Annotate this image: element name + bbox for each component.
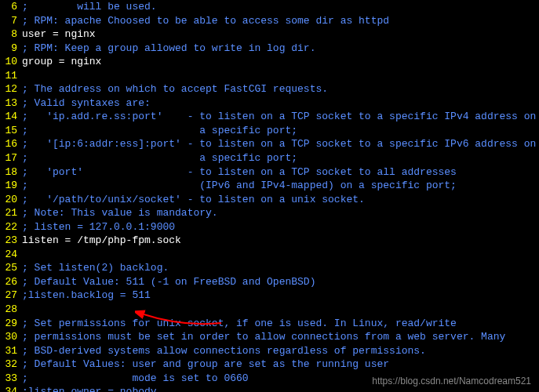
code-line[interactable]: 17; a specific port; [0,151,539,165]
line-number: 21 [0,206,22,220]
line-number: 13 [0,96,22,111]
line-number: 6 [0,0,22,14]
line-number: 23 [0,234,22,248]
code-line[interactable]: 18; 'port' - to listen on a TCP socket t… [0,165,539,180]
code-line[interactable]: 32; Default Values: user and group are s… [0,358,539,372]
line-content: ; Set listen(2) backlog. [22,261,169,275]
code-line[interactable]: 7; RPM: apache Choosed to be able to acc… [0,14,539,28]
line-content: ; Valid syntaxes are: [22,96,151,111]
line-number: 24 [0,248,22,262]
code-line[interactable]: 21; Note: This value is mandatory. [0,206,539,220]
line-number: 28 [0,303,22,317]
line-content: group = nginx [22,55,101,69]
code-line[interactable]: 10group = nginx [0,55,539,69]
line-number: 11 [0,69,22,83]
code-line[interactable]: 24 [0,248,539,262]
line-number: 31 [0,344,22,358]
line-number: 25 [0,261,22,275]
line-content: ; will be used. [22,0,157,14]
code-line[interactable]: 15; a specific port; [0,124,539,138]
code-line[interactable]: 8user = nginx [0,27,539,42]
line-number: 33 [0,372,22,386]
line-content [22,303,28,317]
watermark-text: https://blog.csdn.net/Namcodream521 [372,375,531,387]
line-content: ; 'ip.add.re.ss:port' - to listen on a T… [22,110,536,124]
line-number: 8 [0,27,22,42]
line-content: ; The address on which to accept FastCGI… [22,82,328,96]
code-line[interactable]: 30; permissions must be set in order to … [0,330,539,344]
line-content: user = nginx [22,27,96,42]
code-editor[interactable]: 6; will be used.7; RPM: apache Choosed t… [0,0,539,392]
line-content: ; (IPv6 and IPv4-mapped) on a specific p… [22,179,457,193]
line-content: ; RPM: Keep a group allowed to write in … [22,42,315,56]
line-content: ; Default Values: user and group are set… [22,358,389,372]
line-number: 12 [0,82,22,96]
line-number: 10 [0,55,22,69]
line-number: 17 [0,151,22,165]
line-content: ; RPM: apache Choosed to be able to acce… [22,14,389,28]
code-line[interactable]: 31; BSD-derived systems allow connection… [0,344,539,358]
code-line[interactable]: 22; listen = 127.0.0.1:9000 [0,220,539,234]
line-content: ; Note: This value is mandatory. [22,206,218,220]
line-content: listen = /tmp/php-fpm.sock [22,234,181,248]
line-number: 30 [0,330,22,344]
line-content: ;listen.backlog = 511 [22,289,151,303]
code-line[interactable]: 11 [0,69,539,83]
line-number: 20 [0,193,22,207]
line-content [22,69,28,83]
code-line[interactable]: 27;listen.backlog = 511 [0,289,539,303]
line-content: ; mode is set to 0660 [22,372,249,386]
line-number: 29 [0,317,22,331]
code-line[interactable]: 12; The address on which to accept FastC… [0,82,539,96]
line-number: 34 [0,385,22,392]
line-content [22,248,28,262]
code-line[interactable]: 9; RPM: Keep a group allowed to write in… [0,42,539,56]
code-line[interactable]: 13; Valid syntaxes are: [0,96,539,111]
line-number: 32 [0,358,22,372]
line-number: 16 [0,137,22,151]
line-number: 27 [0,289,22,303]
line-content: ; Set permissions for unix socket, if on… [22,317,457,331]
code-line[interactable]: 26; Default Value: 511 (-1 on FreeBSD an… [0,275,539,289]
line-number: 18 [0,165,22,180]
line-number: 26 [0,275,22,289]
line-number: 22 [0,220,22,234]
line-number: 14 [0,110,22,124]
code-line[interactable]: 23listen = /tmp/php-fpm.sock [0,234,539,248]
line-content: ; a specific port; [22,124,297,138]
line-number: 15 [0,124,22,138]
line-number: 9 [0,42,22,56]
code-line[interactable]: 25; Set listen(2) backlog. [0,261,539,275]
line-content: ; Default Value: 511 (-1 on FreeBSD and … [22,275,315,289]
code-line[interactable]: 14; 'ip.add.re.ss:port' - to listen on a… [0,110,539,124]
line-number: 19 [0,179,22,193]
code-line[interactable]: 6; will be used. [0,0,539,14]
line-content: ;listen.owner = nobody [22,385,157,392]
code-line[interactable]: 19; (IPv6 and IPv4-mapped) on a specific… [0,179,539,193]
line-content: ; BSD-derived systems allow connections … [22,344,426,358]
line-content: ; 'port' - to listen on a TCP socket to … [22,165,457,180]
line-content: ; '[ip:6:addr:ess]:port' - to listen on … [22,137,536,151]
line-content: ; listen = 127.0.0.1:9000 [22,220,175,234]
line-content: ; '/path/to/unix/socket' - to listen on … [22,193,365,207]
line-content: ; a specific port; [22,151,297,165]
line-number: 7 [0,14,22,28]
code-line[interactable]: 16; '[ip:6:addr:ess]:port' - to listen o… [0,137,539,151]
code-line[interactable]: 29; Set permissions for unix socket, if … [0,317,539,331]
code-line[interactable]: 20; '/path/to/unix/socket' - to listen o… [0,193,539,207]
line-content: ; permissions must be set in order to al… [22,330,505,344]
code-line[interactable]: 28 [0,303,539,317]
